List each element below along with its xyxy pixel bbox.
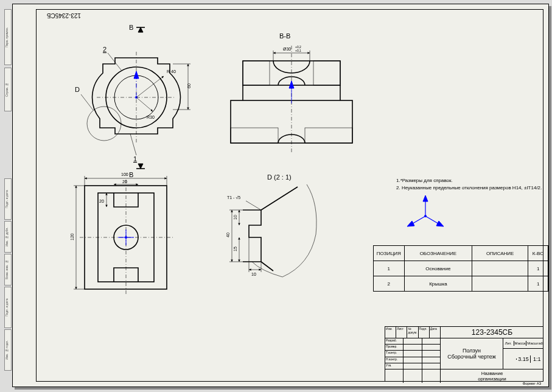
svg-line-54 <box>246 201 261 210</box>
bom-cell: 1 <box>528 276 548 292</box>
svg-line-52 <box>261 187 298 210</box>
tb-hdr-scale: Масштаб <box>526 341 543 346</box>
svg-point-69 <box>424 215 427 217</box>
tab-item: Подп. и дата <box>4 178 12 220</box>
tab-item: Инв. № дубл. <box>4 221 12 253</box>
dim-20b: 20 <box>99 199 104 203</box>
tb-code: 123-2345СБ <box>441 327 543 338</box>
svg-point-11 <box>87 107 121 141</box>
svg-marker-66 <box>436 221 444 226</box>
tab-item: Подп. и дата <box>4 287 12 328</box>
bom-hdr-desc: ОПИСАНИЕ <box>472 246 528 261</box>
tb-cell: Утв. <box>385 363 404 369</box>
svg-rect-27 <box>305 128 352 143</box>
bom-hdr-qty: К-ВО <box>528 246 548 261</box>
drawing-canvas: B D 2 1 R 40 <box>36 9 542 380</box>
dim-d30-tollo: +0,1 <box>295 49 301 52</box>
tb-cell: Лист <box>396 327 407 338</box>
tab-item: Взам. инв. № <box>4 254 12 285</box>
svg-rect-26 <box>231 128 278 143</box>
surf-finish: T1 - √5 <box>227 195 240 200</box>
note-line: 1.*Размеры для справок. <box>396 177 542 184</box>
tb-hdr-mass: Масса <box>514 341 527 346</box>
dim-100: 100 <box>121 172 128 177</box>
dim-20a: 20 <box>122 180 127 184</box>
section-letter-top: B <box>129 24 133 31</box>
section-letter-bottom: B <box>129 171 133 178</box>
view-section-bb: B-B Ø30 +0,2 +0,1 <box>231 32 352 152</box>
dim-d30: Ø30 <box>283 47 291 51</box>
bom-cell: Основание <box>404 261 472 276</box>
dim-r30: R30 <box>147 115 155 119</box>
table-row: 1 Основание 1 <box>374 261 548 276</box>
svg-marker-64 <box>423 195 428 201</box>
svg-line-13 <box>108 53 121 70</box>
bom-cell: 1 <box>374 261 405 276</box>
view-1: B D 2 1 R 40 <box>75 24 191 178</box>
detail-letter-d: D <box>75 86 80 93</box>
format-label: Формат А3 <box>523 382 541 385</box>
table-row: 2 Крышка 1 <box>374 276 548 292</box>
bom-cell: 2 <box>374 276 405 292</box>
section-title-bb: B-B <box>279 32 290 40</box>
svg-rect-24 <box>313 61 340 85</box>
bom-cell <box>472 261 528 276</box>
svg-line-16 <box>136 97 153 111</box>
bom-table: ПОЗИЦИЯ ОБОЗНАЧЕНИЕ ОПИСАНИЕ К-ВО 1 Осно… <box>373 245 548 292</box>
dim-dv40: 40 <box>226 233 230 237</box>
table-row-header: ПОЗИЦИЯ ОБОЗНАЧЕНИЕ ОПИСАНИЕ К-ВО <box>374 246 548 261</box>
coord-triad <box>407 195 444 226</box>
tb-cell: Подп. <box>419 327 430 338</box>
tab-item: Перв. примен. <box>4 9 12 65</box>
tab-item: Справ. № <box>4 68 12 111</box>
dim-r40: R 40 <box>167 69 176 74</box>
tb-cell: № докум. <box>407 327 418 338</box>
tb-part-name: Ползун <box>463 348 481 354</box>
bom-hdr-pos: ПОЗИЦИЯ <box>374 246 405 261</box>
svg-marker-32 <box>289 81 294 88</box>
svg-line-12 <box>81 94 93 110</box>
bom-cell: 1 <box>528 261 548 276</box>
svg-marker-68 <box>407 221 414 226</box>
dim-dv15: 15 <box>233 247 237 251</box>
svg-line-14 <box>130 134 136 155</box>
svg-line-15 <box>136 76 164 97</box>
title-block: Изм. Лист № докум. Подп. Дата 123-2345СБ… <box>385 326 543 382</box>
tb-cell: Н.контр. <box>385 357 404 363</box>
tab-strip: Перв. примен. Справ. № Подп. и дата Инв.… <box>4 8 10 383</box>
note-line: 2. Неуказанные предельные отклонения раз… <box>396 184 542 192</box>
tb-org-1: Название <box>481 371 503 376</box>
bom-cell: Крышка <box>404 276 472 292</box>
dim-dh10: 10 <box>251 272 256 276</box>
drawing-sheet: Перв. примен. Справ. № Подп. и дата Инв.… <box>12 4 549 387</box>
balloon-label-1: 1 <box>133 155 137 163</box>
technical-notes: 1.*Размеры для справок. 2. Неуказанные п… <box>396 177 542 192</box>
view-plan: 100 20 20 120 <box>70 172 173 295</box>
svg-marker-9 <box>134 71 139 79</box>
view-detail-d: D (2 : 1) T1 - √5 40 10 15 10 <box>226 173 316 277</box>
tb-cell: Разраб. <box>385 338 404 344</box>
tb-mass: 3.15 <box>517 355 530 363</box>
svg-rect-23 <box>243 61 270 85</box>
bom-cell <box>472 276 528 292</box>
dim-120: 120 <box>70 233 74 240</box>
svg-marker-21 <box>138 164 143 169</box>
balloon-label-2: 2 <box>103 46 107 53</box>
tab-item: Инв. № подл. <box>4 329 12 371</box>
detail-title-d: D (2 : 1) <box>267 173 292 181</box>
bom-hdr-des: ОБОЗНАЧЕНИЕ <box>404 246 472 261</box>
dim-60: 60 <box>187 83 191 88</box>
tb-scale: 1:1 <box>531 355 543 363</box>
tb-cell: Т.контр. <box>385 351 404 356</box>
tb-cell: Дата <box>430 327 440 338</box>
tb-doc-type: Сборочный чертеж <box>447 354 496 360</box>
tb-cell: Изм. <box>385 327 396 338</box>
svg-marker-3 <box>138 27 143 32</box>
tb-cell: Провер. <box>385 345 404 350</box>
tb-org-2: организации <box>478 376 506 382</box>
dim-dv10: 10 <box>233 215 237 220</box>
tb-hdr-lit: Лит. <box>503 341 514 346</box>
